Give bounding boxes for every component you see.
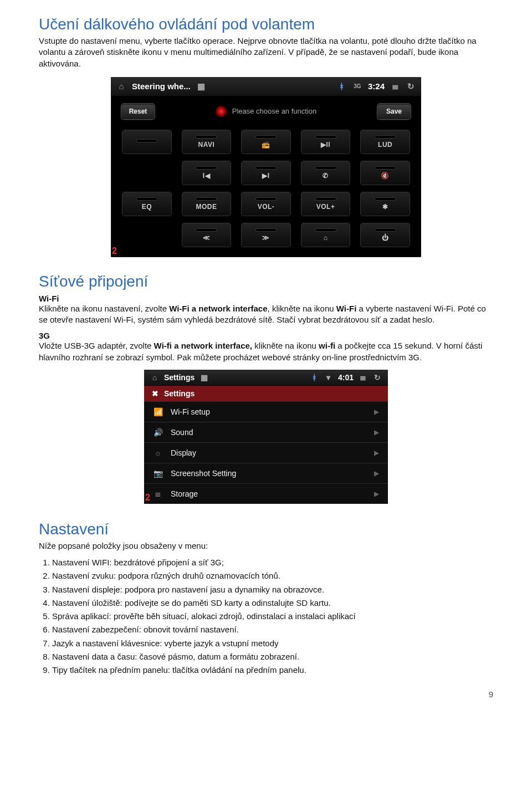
reset-button[interactable]: Reset <box>121 103 155 120</box>
function-label: NAVI <box>198 141 215 149</box>
function-slot <box>136 197 157 201</box>
list-item: Nastavení úložiště: podívejte se do pamě… <box>52 596 493 609</box>
row-icon: 📷 <box>153 469 163 478</box>
function-label: ✆ <box>323 172 329 180</box>
function-grid: NAVI📻▶IILUDI◀▶I✆🔇EQMODEVOL-VOL+✱≪≫⌂⏻ <box>111 126 421 257</box>
function-label: ≫ <box>262 234 270 242</box>
function-button[interactable]: I◀ <box>182 161 232 185</box>
redo-icon[interactable]: ↻ <box>372 372 382 382</box>
row-label: Sound <box>171 428 193 437</box>
heading-steering: Učení dálkového ovládání pod volantem <box>39 16 493 33</box>
function-label: I◀ <box>203 172 210 180</box>
function-slot <box>136 139 157 142</box>
page-number: 9 <box>489 690 493 699</box>
chevron-right-icon: ▶ <box>374 469 379 477</box>
settings-row[interactable]: ☼Display▶ <box>144 442 388 463</box>
status-bar: ⌂ Settings ▦ ᚼ ▾ 4:01 ≣ ↻ <box>144 370 388 386</box>
function-slot <box>255 228 277 232</box>
function-button[interactable]: 🔇 <box>360 161 410 185</box>
row-label: Display <box>171 448 196 457</box>
function-button[interactable] <box>122 130 172 154</box>
function-label: ≪ <box>203 234 211 242</box>
row-label: Wi-Fi setup <box>171 407 210 416</box>
function-button[interactable]: ⌂ <box>301 223 351 247</box>
function-label: ⌂ <box>324 234 328 242</box>
function-button[interactable]: 📻 <box>241 130 291 154</box>
function-label: 📻 <box>262 141 270 149</box>
settings-row[interactable]: 🔊Sound▶ <box>144 422 388 442</box>
function-button[interactable]: EQ <box>122 192 172 216</box>
chevron-right-icon: ▶ <box>374 428 379 436</box>
text-bold: wi-fi <box>319 341 335 350</box>
list-icon[interactable]: ≣ <box>390 81 400 91</box>
chevron-right-icon: ▶ <box>374 408 379 416</box>
wifi-icon: ▾ <box>324 372 334 382</box>
save-button[interactable]: Save <box>377 103 411 120</box>
settings-header-label: Settings <box>164 389 195 398</box>
function-label: ▶I <box>262 172 269 180</box>
function-slot <box>255 166 277 170</box>
function-button[interactable]: ✱ <box>360 192 410 216</box>
apps-icon[interactable]: ▦ <box>196 81 206 91</box>
choose-label: Please choose an function <box>216 106 317 117</box>
list-item: Správa aplikací: prověřte běh situací, a… <box>52 610 493 622</box>
home-icon[interactable]: ⌂ <box>150 372 160 382</box>
screenshot-settings: ⌂ Settings ▦ ᚼ ▾ 4:01 ≣ ↻ ✖ Settings 📶Wi… <box>144 370 388 504</box>
function-button[interactable]: VOL+ <box>301 192 351 216</box>
bluetooth-icon: ᚼ <box>337 81 347 91</box>
apps-icon[interactable]: ▦ <box>199 372 209 382</box>
function-button[interactable]: VOL- <box>241 192 291 216</box>
settings-row[interactable]: 📷Screenshot Setting▶ <box>144 463 388 483</box>
text: Klikněte na ikonu nastavení, zvolte <box>39 304 169 313</box>
choose-label-text: Please choose an function <box>232 107 317 115</box>
function-label: LUD <box>378 141 392 149</box>
redo-icon[interactable]: ↻ <box>406 81 416 91</box>
function-slot <box>315 228 336 232</box>
function-button[interactable]: ▶II <box>301 130 351 154</box>
function-button[interactable]: ≪ <box>182 223 232 247</box>
heading-settings: Nastavení <box>39 520 493 538</box>
para-settings-intro: Níže popsané položky jsou obsaženy v men… <box>39 540 493 551</box>
function-slot <box>196 135 217 139</box>
function-label: 🔇 <box>381 172 390 180</box>
row-label: Storage <box>171 489 198 498</box>
function-button[interactable]: NAVI <box>182 130 232 154</box>
clock: 4:01 <box>338 373 354 382</box>
function-label: VOL+ <box>316 203 335 211</box>
function-button[interactable]: LUD <box>360 130 410 154</box>
list-item: Nastavení WIFI: bezdrátové připojení a s… <box>52 556 493 569</box>
function-label: MODE <box>196 203 217 211</box>
text: , klikněte na ikonu <box>268 304 336 313</box>
chevron-right-icon: ▶ <box>374 449 379 457</box>
function-button[interactable]: ✆ <box>301 161 351 185</box>
function-slot <box>375 166 396 170</box>
function-slot <box>196 197 217 201</box>
para-steering: Vstupte do nastavení menu, vyberte tlačí… <box>39 35 493 69</box>
chevron-right-icon: ▶ <box>374 490 379 498</box>
list-item: Jazyk a nastavení klávesnice: vyberte ja… <box>52 637 493 650</box>
text-bold: Wi-Fi <box>336 304 357 313</box>
home-icon[interactable]: ⌂ <box>116 81 126 91</box>
function-slot <box>196 228 217 232</box>
text-bold: Wi-Fi a network interface <box>169 304 267 313</box>
row-icon: 📶 <box>153 407 163 416</box>
text-bold: Wi-fi a network interface, <box>154 341 252 350</box>
heading-network: Síťové připojení <box>39 273 493 290</box>
screenshot-steering-wheel: ⌂ Steering whe... ▦ ᚼ 3G 3:24 ≣ ↻ Reset … <box>111 77 421 257</box>
function-button[interactable]: ⏻ <box>360 223 410 247</box>
function-button[interactable]: ▶I <box>241 161 291 185</box>
settings-row[interactable]: ≣Storage▶ <box>144 483 388 504</box>
list-item: Nastavení displeje: podpora pro nastaven… <box>52 583 493 596</box>
text: Vložte USB-3G adaptér, zvolte <box>39 341 154 350</box>
function-slot <box>375 197 396 201</box>
function-slot <box>375 228 396 232</box>
corner-marker: 2 <box>112 246 117 256</box>
function-label: VOL- <box>258 203 275 211</box>
function-button[interactable]: MODE <box>182 192 232 216</box>
list-icon[interactable]: ≣ <box>358 372 368 382</box>
settings-row[interactable]: 📶Wi-Fi setup▶ <box>144 401 388 422</box>
function-button[interactable]: ≫ <box>241 223 291 247</box>
function-label: ⏻ <box>382 234 389 242</box>
para-wifi: Klikněte na ikonu nastavení, zvolte Wi-F… <box>39 303 493 326</box>
bluetooth-icon: ᚼ <box>309 372 319 382</box>
